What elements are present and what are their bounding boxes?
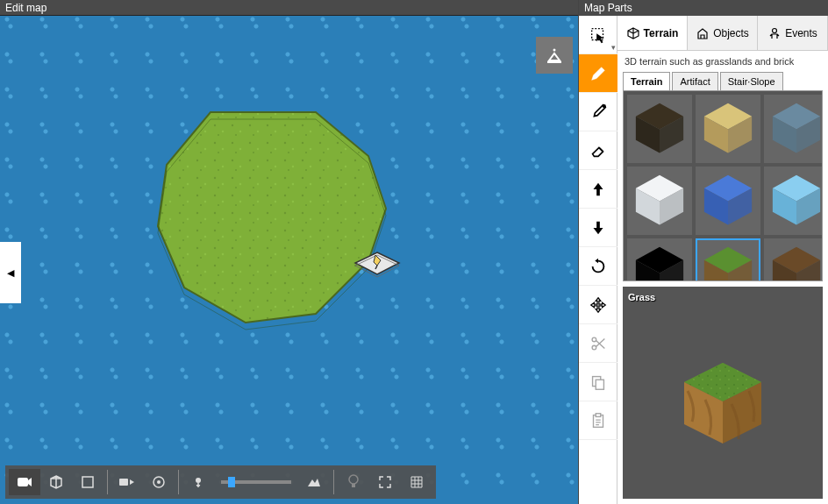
- camera-move-button[interactable]: [111, 469, 143, 495]
- tile-grid: [624, 91, 822, 281]
- cursor-tile-indicator: [351, 248, 403, 287]
- eraser-tool[interactable]: [579, 131, 617, 170]
- copy-tool[interactable]: [579, 363, 617, 401]
- subtab-terrain[interactable]: Terrain: [623, 72, 670, 90]
- terrain-island: [140, 103, 403, 331]
- paste-tool[interactable]: [579, 401, 617, 440]
- flower-button[interactable]: [182, 469, 214, 495]
- svg-point-16: [349, 475, 358, 484]
- tile-water[interactable]: [696, 167, 760, 235]
- raise-tool[interactable]: [579, 170, 617, 209]
- bottom-toolbar: [5, 465, 436, 499]
- tab-events-label: Events: [785, 27, 817, 39]
- svg-point-19: [603, 104, 606, 108]
- tile-ice[interactable]: [764, 167, 823, 235]
- tile-snow[interactable]: [627, 167, 692, 235]
- tile-dirt[interactable]: [764, 238, 823, 281]
- tile-grass[interactable]: [696, 238, 760, 281]
- svg-rect-11: [82, 477, 93, 487]
- svg-point-14: [157, 480, 161, 484]
- zoom-slider-handle[interactable]: [228, 477, 235, 487]
- tab-terrain[interactable]: Terrain: [617, 16, 688, 50]
- svg-rect-17: [352, 484, 355, 487]
- svg-rect-23: [596, 380, 603, 389]
- mountain-button[interactable]: [298, 469, 330, 495]
- cut-tool[interactable]: [579, 324, 617, 363]
- tile-rock[interactable]: [627, 95, 692, 163]
- tab-events[interactable]: Events: [758, 16, 828, 50]
- tool-column: ▾: [579, 16, 617, 504]
- cube-view-button[interactable]: [40, 469, 72, 495]
- tile-preview: Grass: [623, 287, 823, 499]
- target-button[interactable]: [143, 469, 175, 495]
- grid-button[interactable]: [401, 469, 432, 495]
- tile-grid-scroll[interactable]: [623, 90, 823, 281]
- svg-point-15: [196, 478, 201, 483]
- subtab-stair-slope[interactable]: Stair·Slope: [720, 72, 783, 90]
- preview-image: [626, 304, 819, 495]
- category-tabs: Terrain Objects Events: [617, 16, 828, 51]
- tab-terrain-label: Terrain: [644, 27, 679, 39]
- tab-objects[interactable]: Objects: [688, 16, 758, 50]
- pencil-tool[interactable]: [579, 54, 617, 93]
- edit-map-title: Edit map: [0, 0, 578, 16]
- svg-point-9: [553, 49, 556, 52]
- select-tool[interactable]: ▾: [579, 16, 617, 54]
- zoom-slider[interactable]: [221, 480, 291, 484]
- tile-sand[interactable]: [696, 95, 760, 163]
- svg-point-26: [773, 28, 777, 32]
- svg-marker-4: [158, 112, 386, 323]
- lower-tool[interactable]: [579, 209, 617, 247]
- svg-rect-10: [18, 478, 28, 486]
- move-tool[interactable]: [579, 286, 617, 324]
- rotate-tool[interactable]: [579, 247, 617, 286]
- subtabs: Terrain Artifact Stair·Slope: [617, 72, 828, 90]
- tile-void[interactable]: [627, 238, 692, 281]
- category-description: 3D terrain such as grasslands and brick: [617, 51, 828, 72]
- camera-view-button[interactable]: [9, 469, 40, 495]
- stamp-button[interactable]: [536, 37, 573, 74]
- svg-rect-12: [119, 479, 128, 486]
- dropper-tool[interactable]: [579, 93, 617, 131]
- left-drawer-handle[interactable]: ◀: [0, 242, 21, 303]
- map-viewport[interactable]: ◀: [0, 16, 578, 504]
- bulb-button[interactable]: [338, 469, 369, 495]
- svg-rect-25: [596, 413, 601, 416]
- tab-objects-label: Objects: [713, 27, 749, 39]
- subtab-artifact[interactable]: Artifact: [672, 72, 717, 90]
- fullscreen-button[interactable]: [369, 469, 401, 495]
- tile-stone[interactable]: [764, 95, 823, 163]
- square-view-button[interactable]: [72, 469, 104, 495]
- preview-tile-name: Grass: [626, 290, 819, 304]
- map-parts-title: Map Parts: [579, 0, 828, 16]
